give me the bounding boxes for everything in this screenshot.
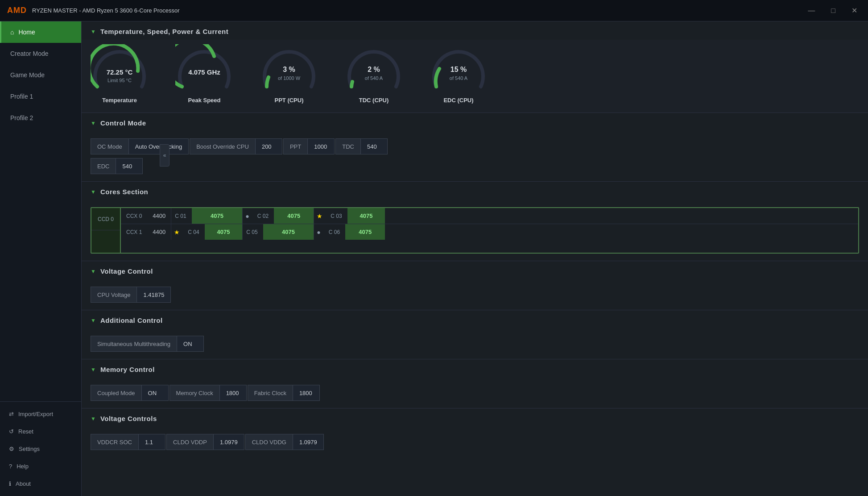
c06-speed: 4075 <box>345 224 385 240</box>
core-c03: ★ C 03 4075 <box>314 208 385 224</box>
sidebar: ⌂ Home Creator Mode Game Mode Profile 1 … <box>0 21 82 496</box>
peak-speed-gauge: 4.075 GHz Peak Speed <box>175 44 233 104</box>
control-mode-chevron[interactable]: ▼ <box>91 120 96 126</box>
sidebar-about[interactable]: ℹ About <box>0 475 81 492</box>
sidebar-creator-mode-label: Creator Mode <box>10 50 49 57</box>
about-label: About <box>16 480 31 487</box>
additional-control-title: Additional Control <box>100 317 163 324</box>
oc-mode-field: OC Mode Auto Overclocking <box>91 138 189 154</box>
tdc-field: TDC 540 <box>335 138 388 154</box>
coupled-mode-label: Coupled Mode <box>91 390 141 396</box>
svg-text:15 %: 15 % <box>451 66 467 73</box>
boost-override-value: 200 <box>255 139 282 154</box>
core-c06: ● C 06 4075 <box>314 224 385 240</box>
memory-clock-label: Memory Clock <box>170 390 219 396</box>
sidebar-item-profile-2[interactable]: Profile 2 <box>0 107 81 129</box>
additional-fields: Simultaneous Multithreading ON <box>91 336 859 352</box>
voltage-controls-chevron[interactable]: ▼ <box>91 416 96 422</box>
c05-label: C 05 <box>243 225 261 240</box>
edc-cpu-gauge: 15 % of 540 A EDC (CPU) <box>430 44 488 104</box>
sidebar-item-profile-1[interactable]: Profile 1 <box>0 86 81 107</box>
c04-speed: 4075 <box>205 224 243 240</box>
oc-mode-value: Auto Overclocking <box>128 139 189 154</box>
control-mode-section: OC Mode Auto Overclocking Boost Override… <box>82 131 868 182</box>
titlebar-title: RYZEN MASTER - AMD Ryzen 5 3600 6-Core P… <box>32 7 180 14</box>
core-c01: C 01 4075 <box>171 208 242 224</box>
cpu-voltage-label: CPU Voltage <box>91 292 136 298</box>
sidebar-profile-2-label: Profile 2 <box>10 114 33 121</box>
temp-chevron-icon[interactable]: ▼ <box>91 29 96 35</box>
tdc-value: 540 <box>360 139 387 154</box>
svg-text:of 540 A: of 540 A <box>365 75 383 81</box>
cldo-vddp-value: 1.0979 <box>213 434 244 450</box>
c02-dot-icon: ● <box>243 213 252 220</box>
sidebar-item-game-mode[interactable]: Game Mode <box>0 64 81 86</box>
voltage-controls-title: Voltage Controls <box>100 415 157 422</box>
memory-control-header: ▼ Memory Control <box>82 359 868 378</box>
reset-label: Reset <box>18 428 33 435</box>
c03-label: C 03 <box>327 208 345 224</box>
vddcr-soc-label: VDDCR SOC <box>91 439 138 446</box>
oc-mode-label: OC Mode <box>91 143 128 150</box>
sidebar-reset[interactable]: ↺ Reset <box>0 423 81 440</box>
core-c02: ● C 02 4075 <box>242 208 314 224</box>
cores-section-header: ▼ Cores Section <box>82 182 868 200</box>
c02-label: C 02 <box>254 208 272 224</box>
fabric-clock-field: Fabric Clock 1800 <box>248 385 320 401</box>
voltage-control-chevron[interactable]: ▼ <box>91 268 96 275</box>
cldo-vddg-label: CLDO VDDG <box>246 439 293 446</box>
vddcr-soc-field: VDDCR SOC 1.1 <box>91 434 165 450</box>
sidebar-settings[interactable]: ⚙ Settings <box>0 440 81 458</box>
temp-section-header: ▼ Temperature, Speed, Power & Current <box>82 21 868 40</box>
c03-star-icon: ★ <box>314 213 325 220</box>
c06-dot-icon: ● <box>314 229 323 236</box>
c01-label: C 01 <box>171 208 190 224</box>
amd-logo: AMD <box>7 6 27 15</box>
svg-text:2 %: 2 % <box>368 66 380 73</box>
c04-label: C 04 <box>184 225 203 240</box>
memory-clock-field: Memory Clock 1800 <box>169 385 247 401</box>
temperature-gauge: 72.25 °C Limit 95 °C Temperature <box>91 44 149 104</box>
smt-label: Simultaneous Multithreading <box>91 341 177 347</box>
tdc-cpu-label: TDC (CPU) <box>359 97 389 104</box>
cores-table: CCD 0 CCX 0 4400 C 01 4075 <box>91 207 859 254</box>
sidebar-home-label: Home <box>18 29 35 36</box>
ppt-label: PPT <box>284 143 307 150</box>
svg-text:72.25 °C: 72.25 °C <box>107 68 133 76</box>
sidebar-item-home[interactable]: ⌂ Home <box>0 21 81 43</box>
cldo-vddg-value: 1.0979 <box>293 434 323 450</box>
sidebar-help[interactable]: ? Help <box>0 458 81 475</box>
tdc-cpu-gauge: 2 % of 540 A TDC (CPU) <box>345 44 403 104</box>
minimize-button[interactable]: — <box>804 4 818 17</box>
sidebar-import-export[interactable]: ⇄ Import/Export <box>0 405 81 423</box>
ccd-spacer <box>91 230 120 253</box>
memory-control-chevron[interactable]: ▼ <box>91 367 96 373</box>
home-icon: ⌂ <box>10 29 14 36</box>
edc-cpu-gauge-svg: 15 % of 540 A <box>430 44 488 93</box>
coupled-mode-field: Coupled Mode ON <box>91 385 169 401</box>
close-button[interactable]: ✕ <box>848 4 861 17</box>
settings-label: Settings <box>19 446 40 452</box>
cores-section-title: Cores Section <box>100 188 148 196</box>
ccx-0-row: CCX 0 4400 C 01 4075 ● C 02 4075 <box>121 208 858 224</box>
sidebar-nav: ⌂ Home Creator Mode Game Mode Profile 1 … <box>0 21 81 401</box>
svg-text:3 %: 3 % <box>283 66 295 73</box>
c05-speed: 4075 <box>263 224 314 240</box>
voltage-controls-fields: VDDCR SOC 1.1 CLDO VDDP 1.0979 CLDO VDDG… <box>91 434 859 450</box>
maximize-button[interactable]: □ <box>827 4 839 17</box>
edc-label: EDC <box>91 163 116 170</box>
fabric-clock-label: Fabric Clock <box>248 390 293 396</box>
additional-control-chevron[interactable]: ▼ <box>91 317 96 324</box>
ccx-1-row: CCX 1 4400 ★ C 04 4075 C 05 4075 <box>121 224 858 240</box>
cores-chevron[interactable]: ▼ <box>91 189 96 195</box>
info-icon: ℹ <box>9 480 11 487</box>
tdc-label: TDC <box>336 143 360 150</box>
sidebar-item-creator-mode[interactable]: Creator Mode <box>0 43 81 64</box>
sidebar-bottom: ⇄ Import/Export ↺ Reset ⚙ Settings ? Hel… <box>0 401 81 496</box>
tdc-cpu-gauge-svg: 2 % of 540 A <box>345 44 403 93</box>
collapse-sidebar-button[interactable]: « <box>160 144 169 167</box>
cldo-vddp-field: CLDO VDDP 1.0979 <box>166 434 244 450</box>
c03-speed: 4075 <box>347 208 385 224</box>
core-c04: ★ C 04 4075 <box>171 224 242 240</box>
ppt-value: 1000 <box>307 139 334 154</box>
